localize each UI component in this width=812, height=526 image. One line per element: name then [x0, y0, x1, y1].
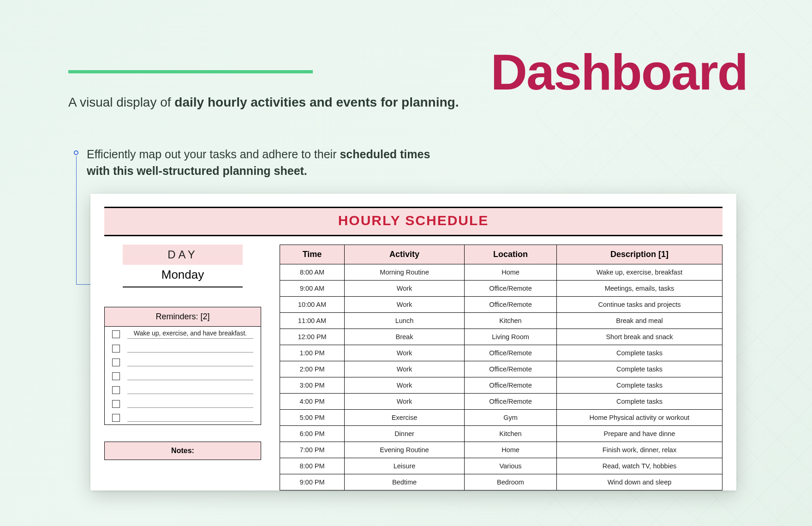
reminders-heading: Reminders: [2]	[105, 307, 261, 327]
cell-desc: Home Physical activity or workout	[557, 410, 722, 426]
table-row: 3:00 PMWorkOffice/RemoteComplete tasks	[280, 377, 722, 394]
reminder-text[interactable]	[127, 386, 253, 394]
reminder-row	[105, 369, 261, 383]
cell-time: 8:00 PM	[280, 458, 345, 474]
cell-time: 11:00 AM	[280, 313, 345, 329]
cell-desc: Meetings, emails, tasks	[557, 281, 722, 297]
reminder-text[interactable]	[127, 358, 253, 366]
cell-time: 9:00 AM	[280, 281, 345, 297]
cell-activity: Evening Routine	[345, 442, 465, 458]
cell-time: 7:00 PM	[280, 442, 345, 458]
cell-activity: Work	[345, 281, 465, 297]
cell-location: Kitchen	[465, 313, 557, 329]
sheet-title: HOURLY SCHEDULE	[104, 213, 722, 228]
cell-activity: Work	[345, 394, 465, 410]
cell-location: Office/Remote	[465, 394, 557, 410]
reminder-text[interactable]	[127, 413, 253, 422]
cell-location: Living Room	[465, 329, 557, 345]
cell-location: Office/Remote	[465, 361, 557, 377]
cell-location: Various	[465, 458, 557, 474]
table-row: 11:00 AMLunchKitchenBreak and meal	[280, 313, 722, 329]
reminder-text[interactable]	[127, 344, 253, 353]
cell-desc: Read, watch TV, hobbies	[557, 458, 722, 474]
table-row: 8:00 PMLeisureVariousRead, watch TV, hob…	[280, 458, 722, 474]
reminder-checkbox[interactable]	[112, 414, 120, 422]
reminder-row	[105, 383, 261, 397]
table-row: 6:00 PMDinnerKitchenPrepare and have din…	[280, 426, 722, 442]
cell-activity: Work	[345, 297, 465, 313]
table-row: 9:00 PMBedtimeBedroomWind down and sleep	[280, 474, 722, 490]
cell-time: 3:00 PM	[280, 377, 345, 394]
page-title: Dashboard	[490, 42, 747, 101]
table-row: 1:00 PMWorkOffice/RemoteComplete tasks	[280, 345, 722, 361]
col-description: Description [1]	[557, 245, 722, 264]
cell-time: 9:00 PM	[280, 474, 345, 490]
cell-desc: Break and meal	[557, 313, 722, 329]
callout-text: Efficiently map out your tasks and adher…	[87, 146, 430, 179]
cell-desc: Prepare and have dinne	[557, 426, 722, 442]
cell-time: 5:00 PM	[280, 410, 345, 426]
reminder-row	[105, 355, 261, 369]
right-column: Time Activity Location Description [1] 8…	[280, 245, 722, 490]
cell-activity: Work	[345, 345, 465, 361]
cell-desc: Wake up, exercise, breakfast	[557, 264, 722, 281]
cell-desc: Complete tasks	[557, 361, 722, 377]
callout-line2-bold: with this well-structured planning sheet…	[87, 164, 307, 177]
table-row: 9:00 AMWorkOffice/RemoteMeetings, emails…	[280, 281, 722, 297]
cell-time: 2:00 PM	[280, 361, 345, 377]
col-time: Time	[280, 245, 345, 264]
subtitle-pre: A visual display of	[68, 95, 174, 109]
cell-activity: Exercise	[345, 410, 465, 426]
table-row: 8:00 AMMorning RoutineHomeWake up, exerc…	[280, 264, 722, 281]
cell-activity: Break	[345, 329, 465, 345]
col-activity: Activity	[345, 245, 465, 264]
table-row: 12:00 PMBreakLiving RoomShort break and …	[280, 329, 722, 345]
table-row: 5:00 PMExerciseGymHome Physical activity…	[280, 410, 722, 426]
accent-rule	[68, 70, 313, 73]
cell-location: Bedroom	[465, 474, 557, 490]
callout-connector-vertical	[76, 156, 77, 284]
cell-activity: Work	[345, 377, 465, 394]
cell-time: 12:00 PM	[280, 329, 345, 345]
day-label: DAY	[123, 245, 243, 265]
reminder-checkbox[interactable]	[112, 345, 120, 353]
sheet-title-band: HOURLY SCHEDULE	[104, 207, 722, 236]
table-row: 7:00 PMEvening RoutineHomeFinish work, d…	[280, 442, 722, 458]
reminder-row	[105, 397, 261, 411]
callout-bullet-icon	[74, 150, 78, 155]
schedule-sheet: HOURLY SCHEDULE DAY Monday Reminders: [2…	[90, 194, 736, 490]
reminder-checkbox[interactable]	[112, 386, 120, 394]
reminder-row	[105, 411, 261, 424]
notes-heading: Notes:	[105, 442, 261, 460]
page-subtitle: A visual display of daily hourly activit…	[68, 95, 459, 110]
cell-time: 10:00 AM	[280, 297, 345, 313]
cell-location: Home	[465, 264, 557, 281]
callout-line1-bold: scheduled times	[340, 148, 430, 161]
reminder-checkbox[interactable]	[112, 400, 120, 408]
table-row: 10:00 AMWorkOffice/RemoteContinue tasks …	[280, 297, 722, 313]
cell-desc: Complete tasks	[557, 345, 722, 361]
col-location: Location	[465, 245, 557, 264]
cell-activity: Lunch	[345, 313, 465, 329]
reminder-text[interactable]: Wake up, exercise, and have breakfast.	[127, 329, 253, 339]
cell-location: Kitchen	[465, 426, 557, 442]
cell-activity: Bedtime	[345, 474, 465, 490]
cell-time: 8:00 AM	[280, 264, 345, 281]
notes-panel: Notes:	[104, 442, 261, 460]
cell-location: Office/Remote	[465, 377, 557, 394]
day-value: Monday	[123, 265, 243, 287]
reminders-panel: Reminders: [2] Wake up, exercise, and ha…	[104, 307, 261, 425]
cell-desc: Complete tasks	[557, 377, 722, 394]
subtitle-bold: daily hourly activities and events for p…	[174, 95, 459, 109]
cell-activity: Dinner	[345, 426, 465, 442]
reminder-text[interactable]	[127, 372, 253, 380]
cell-desc: Complete tasks	[557, 394, 722, 410]
reminder-checkbox[interactable]	[112, 372, 120, 380]
cell-location: Gym	[465, 410, 557, 426]
reminder-checkbox[interactable]	[112, 330, 120, 338]
reminder-row	[105, 341, 261, 355]
cell-desc: Continue tasks and projects	[557, 297, 722, 313]
reminder-text[interactable]	[127, 400, 253, 408]
cell-activity: Work	[345, 361, 465, 377]
reminder-checkbox[interactable]	[112, 359, 120, 366]
